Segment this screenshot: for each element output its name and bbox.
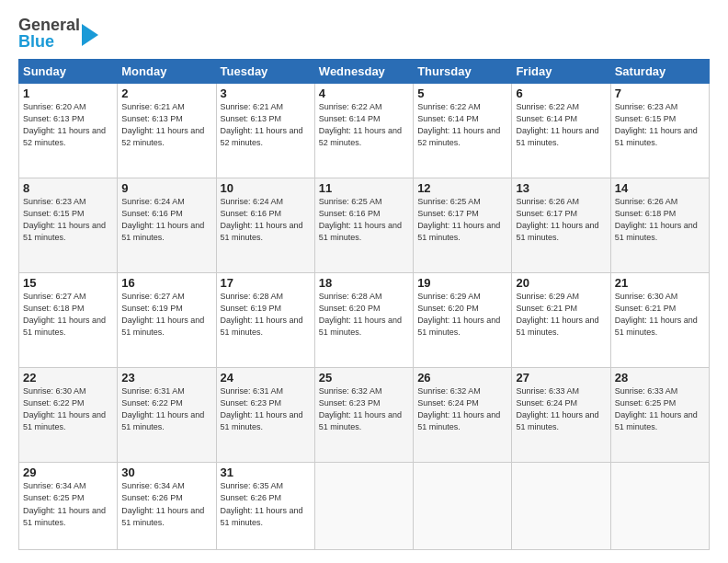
- day-number: 2: [121, 86, 211, 100]
- calendar-day-cell: [512, 463, 610, 550]
- day-number: 9: [121, 181, 211, 195]
- calendar-day-cell: 25Sunrise: 6:32 AM Sunset: 6:23 PM Dayli…: [314, 368, 413, 463]
- day-info: Sunrise: 6:26 AM Sunset: 6:17 PM Dayligh…: [516, 196, 606, 244]
- calendar-day-cell: 12Sunrise: 6:25 AM Sunset: 6:17 PM Dayli…: [414, 178, 512, 273]
- calendar-week-row: 29Sunrise: 6:34 AM Sunset: 6:25 PM Dayli…: [19, 463, 710, 550]
- calendar-day-cell: 8Sunrise: 6:23 AM Sunset: 6:15 PM Daylig…: [19, 178, 118, 273]
- calendar-day-cell: 1Sunrise: 6:20 AM Sunset: 6:13 PM Daylig…: [19, 84, 118, 178]
- calendar-day-cell: 19Sunrise: 6:29 AM Sunset: 6:20 PM Dayli…: [414, 273, 512, 368]
- calendar-header-tuesday: Tuesday: [216, 60, 314, 84]
- day-number: 5: [417, 86, 507, 100]
- day-number: 30: [121, 465, 211, 479]
- calendar-header-sunday: Sunday: [19, 60, 118, 84]
- day-number: 22: [23, 371, 113, 385]
- day-number: 17: [221, 276, 311, 290]
- calendar-day-cell: 9Sunrise: 6:24 AM Sunset: 6:16 PM Daylig…: [118, 178, 216, 273]
- calendar-header-saturday: Saturday: [610, 60, 709, 84]
- day-info: Sunrise: 6:24 AM Sunset: 6:16 PM Dayligh…: [221, 196, 311, 244]
- day-info: Sunrise: 6:23 AM Sunset: 6:15 PM Dayligh…: [615, 101, 705, 149]
- day-info: Sunrise: 6:33 AM Sunset: 6:24 PM Dayligh…: [516, 385, 606, 433]
- day-info: Sunrise: 6:33 AM Sunset: 6:25 PM Dayligh…: [615, 385, 705, 433]
- day-info: Sunrise: 6:23 AM Sunset: 6:15 PM Dayligh…: [23, 196, 113, 244]
- calendar-day-cell: [314, 463, 413, 550]
- day-number: 27: [516, 371, 606, 385]
- day-info: Sunrise: 6:20 AM Sunset: 6:13 PM Dayligh…: [23, 101, 113, 149]
- calendar-day-cell: 15Sunrise: 6:27 AM Sunset: 6:18 PM Dayli…: [19, 273, 118, 368]
- day-number: 8: [23, 181, 113, 195]
- day-info: Sunrise: 6:24 AM Sunset: 6:16 PM Dayligh…: [121, 196, 211, 244]
- calendar-day-cell: [610, 463, 709, 550]
- logo-chevron-icon: [82, 24, 98, 46]
- day-number: 6: [516, 86, 606, 100]
- calendar-day-cell: 20Sunrise: 6:29 AM Sunset: 6:21 PM Dayli…: [512, 273, 610, 368]
- calendar-day-cell: 21Sunrise: 6:30 AM Sunset: 6:21 PM Dayli…: [610, 273, 709, 368]
- day-info: Sunrise: 6:25 AM Sunset: 6:17 PM Dayligh…: [417, 196, 507, 244]
- calendar-header-row: SundayMondayTuesdayWednesdayThursdayFrid…: [19, 60, 710, 84]
- day-info: Sunrise: 6:29 AM Sunset: 6:20 PM Dayligh…: [417, 291, 507, 339]
- day-info: Sunrise: 6:21 AM Sunset: 6:13 PM Dayligh…: [221, 101, 311, 149]
- day-info: Sunrise: 6:35 AM Sunset: 6:26 PM Dayligh…: [221, 480, 311, 528]
- calendar-day-cell: 2Sunrise: 6:21 AM Sunset: 6:13 PM Daylig…: [118, 84, 216, 178]
- day-number: 4: [319, 86, 409, 100]
- day-info: Sunrise: 6:22 AM Sunset: 6:14 PM Dayligh…: [516, 101, 606, 149]
- day-number: 3: [221, 86, 311, 100]
- day-number: 16: [121, 276, 211, 290]
- day-info: Sunrise: 6:27 AM Sunset: 6:19 PM Dayligh…: [121, 291, 211, 339]
- header: General Blue: [18, 17, 710, 50]
- page: General Blue SundayMondayTuesdayWednesda…: [0, 0, 728, 563]
- calendar-day-cell: 5Sunrise: 6:22 AM Sunset: 6:14 PM Daylig…: [414, 84, 512, 178]
- day-info: Sunrise: 6:28 AM Sunset: 6:20 PM Dayligh…: [319, 291, 409, 339]
- day-info: Sunrise: 6:22 AM Sunset: 6:14 PM Dayligh…: [319, 101, 409, 149]
- calendar-day-cell: 11Sunrise: 6:25 AM Sunset: 6:16 PM Dayli…: [314, 178, 413, 273]
- calendar-day-cell: 17Sunrise: 6:28 AM Sunset: 6:19 PM Dayli…: [216, 273, 314, 368]
- day-number: 28: [615, 371, 705, 385]
- calendar-day-cell: 13Sunrise: 6:26 AM Sunset: 6:17 PM Dayli…: [512, 178, 610, 273]
- day-number: 13: [516, 181, 606, 195]
- logo: General Blue: [18, 17, 98, 50]
- logo-general-text: General: [18, 17, 80, 33]
- day-number: 10: [221, 181, 311, 195]
- calendar-day-cell: 26Sunrise: 6:32 AM Sunset: 6:24 PM Dayli…: [414, 368, 512, 463]
- calendar-week-row: 15Sunrise: 6:27 AM Sunset: 6:18 PM Dayli…: [19, 273, 710, 368]
- calendar-week-row: 1Sunrise: 6:20 AM Sunset: 6:13 PM Daylig…: [19, 84, 710, 178]
- day-number: 12: [417, 181, 507, 195]
- day-number: 24: [221, 371, 311, 385]
- day-info: Sunrise: 6:26 AM Sunset: 6:18 PM Dayligh…: [615, 196, 705, 244]
- day-number: 14: [615, 181, 705, 195]
- calendar-day-cell: 7Sunrise: 6:23 AM Sunset: 6:15 PM Daylig…: [610, 84, 709, 178]
- day-info: Sunrise: 6:25 AM Sunset: 6:16 PM Dayligh…: [319, 196, 409, 244]
- day-info: Sunrise: 6:27 AM Sunset: 6:18 PM Dayligh…: [23, 291, 113, 339]
- day-info: Sunrise: 6:21 AM Sunset: 6:13 PM Dayligh…: [121, 101, 211, 149]
- calendar-day-cell: 22Sunrise: 6:30 AM Sunset: 6:22 PM Dayli…: [19, 368, 118, 463]
- day-info: Sunrise: 6:28 AM Sunset: 6:19 PM Dayligh…: [221, 291, 311, 339]
- day-info: Sunrise: 6:34 AM Sunset: 6:25 PM Dayligh…: [23, 480, 113, 528]
- day-info: Sunrise: 6:34 AM Sunset: 6:26 PM Dayligh…: [121, 480, 211, 528]
- day-number: 31: [221, 465, 311, 479]
- calendar-day-cell: 6Sunrise: 6:22 AM Sunset: 6:14 PM Daylig…: [512, 84, 610, 178]
- calendar-day-cell: 18Sunrise: 6:28 AM Sunset: 6:20 PM Dayli…: [314, 273, 413, 368]
- day-number: 19: [417, 276, 507, 290]
- calendar-day-cell: 27Sunrise: 6:33 AM Sunset: 6:24 PM Dayli…: [512, 368, 610, 463]
- calendar-day-cell: 14Sunrise: 6:26 AM Sunset: 6:18 PM Dayli…: [610, 178, 709, 273]
- calendar-day-cell: [414, 463, 512, 550]
- logo-blue-text: Blue: [18, 33, 80, 50]
- calendar-header-friday: Friday: [512, 60, 610, 84]
- calendar-table: SundayMondayTuesdayWednesdayThursdayFrid…: [18, 59, 710, 550]
- calendar-day-cell: 16Sunrise: 6:27 AM Sunset: 6:19 PM Dayli…: [118, 273, 216, 368]
- calendar-day-cell: 23Sunrise: 6:31 AM Sunset: 6:22 PM Dayli…: [118, 368, 216, 463]
- calendar-day-cell: 28Sunrise: 6:33 AM Sunset: 6:25 PM Dayli…: [610, 368, 709, 463]
- calendar-header-thursday: Thursday: [414, 60, 512, 84]
- calendar-day-cell: 3Sunrise: 6:21 AM Sunset: 6:13 PM Daylig…: [216, 84, 314, 178]
- day-info: Sunrise: 6:32 AM Sunset: 6:24 PM Dayligh…: [417, 385, 507, 433]
- day-number: 7: [615, 86, 705, 100]
- day-number: 21: [615, 276, 705, 290]
- day-number: 23: [121, 371, 211, 385]
- calendar-day-cell: 10Sunrise: 6:24 AM Sunset: 6:16 PM Dayli…: [216, 178, 314, 273]
- day-number: 11: [319, 181, 409, 195]
- day-number: 26: [417, 371, 507, 385]
- day-number: 25: [319, 371, 409, 385]
- day-info: Sunrise: 6:30 AM Sunset: 6:22 PM Dayligh…: [23, 385, 113, 433]
- calendar-day-cell: 4Sunrise: 6:22 AM Sunset: 6:14 PM Daylig…: [314, 84, 413, 178]
- day-info: Sunrise: 6:29 AM Sunset: 6:21 PM Dayligh…: [516, 291, 606, 339]
- day-number: 15: [23, 276, 113, 290]
